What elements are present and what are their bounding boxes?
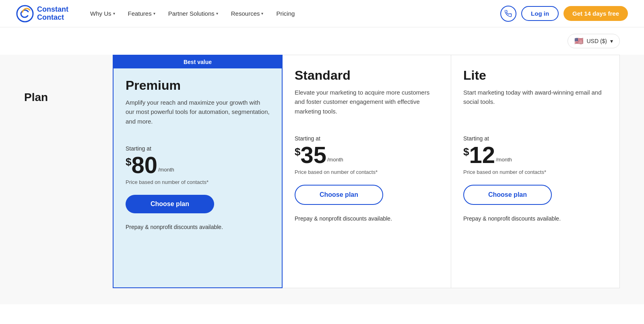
plans-grid: Best value Premium Amplify your reach an… bbox=[113, 55, 620, 288]
choose-plan-standard-button[interactable]: Choose plan bbox=[295, 185, 383, 205]
logo-text: Constant Contact bbox=[37, 6, 68, 22]
dollar-sign-premium: $ bbox=[126, 156, 131, 168]
plan-description-premium: Amplify your reach and maximize your gro… bbox=[126, 98, 270, 134]
starting-at-lite: Starting at bbox=[463, 135, 607, 142]
nav-item-partner-solutions[interactable]: Partner Solutions ▾ bbox=[163, 7, 224, 20]
navbar: Constant Contact Why Us ▾ Features ▾ Par… bbox=[0, 0, 644, 27]
currency-bar: 🇺🇸 USD ($) ▾ bbox=[0, 27, 644, 55]
nav-item-features[interactable]: Features ▾ bbox=[122, 7, 161, 20]
price-amount-premium: 80 bbox=[131, 153, 157, 177]
plan-description-standard: Elevate your marketing to acquire more c… bbox=[295, 88, 439, 124]
dollar-sign-lite: $ bbox=[463, 146, 469, 158]
chevron-down-icon: ▾ bbox=[610, 38, 613, 44]
nav-item-why-us[interactable]: Why Us ▾ bbox=[85, 7, 121, 20]
nav-links: Why Us ▾ Features ▾ Partner Solutions ▾ … bbox=[85, 7, 500, 20]
price-note-premium: Price based on number of contacts* bbox=[126, 179, 270, 185]
price-amount-lite: 12 bbox=[469, 143, 495, 167]
plan-description-lite: Start marketing today with award-winning… bbox=[463, 88, 607, 124]
plan-name-standard: Standard bbox=[295, 68, 439, 83]
currency-label: USD ($) bbox=[586, 38, 607, 44]
per-month-standard: /month bbox=[327, 157, 343, 163]
plan-card-lite: Lite Start marketing today with award-wi… bbox=[451, 55, 620, 288]
pricing-section: Plan Best value Premium Amplify your rea… bbox=[0, 55, 644, 304]
nav-item-pricing[interactable]: Pricing bbox=[270, 7, 300, 20]
plan-label: Plan bbox=[24, 91, 48, 104]
per-month-lite: /month bbox=[496, 157, 512, 163]
plan-label-column: Plan bbox=[24, 55, 113, 288]
per-month-premium: /month bbox=[158, 167, 174, 173]
starting-at-standard: Starting at bbox=[295, 135, 439, 142]
choose-plan-lite-button[interactable]: Choose plan bbox=[463, 185, 552, 205]
price-note-standard: Price based on number of contacts* bbox=[295, 169, 439, 175]
currency-selector[interactable]: 🇺🇸 USD ($) ▾ bbox=[568, 34, 620, 48]
phone-icon bbox=[505, 10, 512, 17]
price-row-premium: $ 80 /month bbox=[126, 153, 270, 177]
best-value-banner: Best value bbox=[114, 56, 282, 68]
get-free-days-button[interactable]: Get 14 days free bbox=[564, 6, 628, 21]
chevron-down-icon: ▾ bbox=[113, 11, 115, 16]
plan-name-premium: Premium bbox=[126, 78, 270, 93]
logo-icon bbox=[16, 5, 34, 23]
price-amount-standard: 35 bbox=[300, 143, 326, 167]
logo[interactable]: Constant Contact bbox=[16, 5, 68, 23]
discount-note-premium: Prepay & nonprofit discounts available. bbox=[126, 223, 270, 231]
chevron-down-icon: ▾ bbox=[261, 11, 263, 16]
discount-note-lite: Prepay & nonprofit discounts available. bbox=[463, 215, 607, 223]
discount-note-standard: Prepay & nonprofit discounts available. bbox=[295, 215, 439, 223]
svg-point-0 bbox=[17, 6, 33, 22]
nav-item-resources[interactable]: Resources ▾ bbox=[225, 7, 269, 20]
chevron-down-icon: ▾ bbox=[153, 11, 155, 16]
logo-line1: Constant bbox=[37, 6, 68, 14]
dollar-sign-standard: $ bbox=[295, 146, 300, 158]
choose-plan-premium-button[interactable]: Choose plan bbox=[126, 195, 214, 213]
plan-name-lite: Lite bbox=[463, 68, 607, 83]
plan-card-standard: Standard Elevate your marketing to acqui… bbox=[283, 55, 451, 288]
chevron-down-icon: ▾ bbox=[216, 11, 218, 16]
price-note-lite: Price based on number of contacts* bbox=[463, 169, 607, 175]
login-button[interactable]: Log in bbox=[521, 6, 559, 21]
nav-actions: Log in Get 14 days free bbox=[500, 6, 628, 22]
price-row-standard: $ 35 /month bbox=[295, 143, 439, 167]
price-row-lite: $ 12 /month bbox=[463, 143, 607, 167]
flag-icon: 🇺🇸 bbox=[574, 37, 583, 45]
plan-card-premium: Best value Premium Amplify your reach an… bbox=[113, 55, 283, 288]
starting-at-premium: Starting at bbox=[126, 145, 270, 152]
logo-line2: Contact bbox=[37, 14, 68, 22]
phone-button[interactable] bbox=[500, 6, 516, 22]
